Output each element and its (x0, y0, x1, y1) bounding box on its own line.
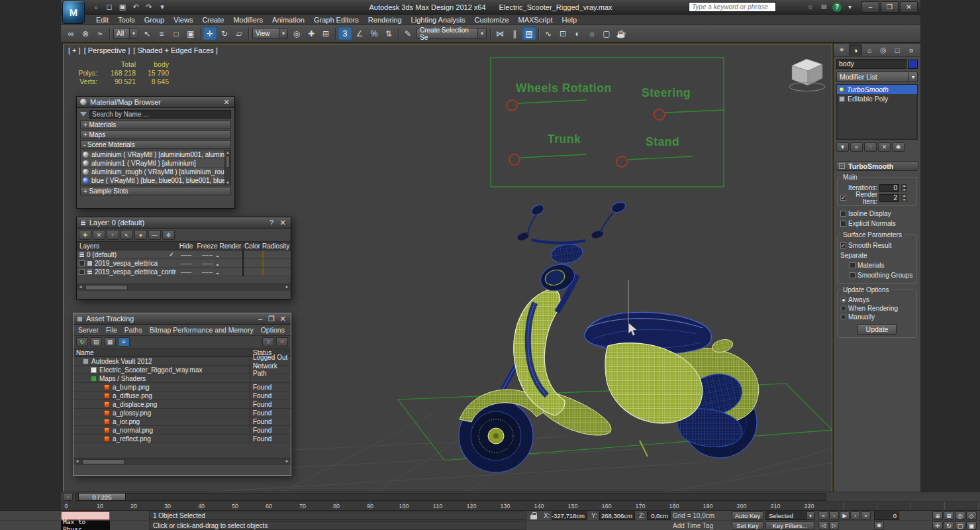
bind-to-space-warp-icon[interactable]: ≈ (93, 26, 107, 40)
menu-paths[interactable]: Paths (124, 326, 142, 334)
layer-hscrollbar[interactable]: ◂▸ (77, 284, 291, 291)
asset-row[interactable]: a_normal.png Found (74, 426, 291, 435)
qat-dropdown-icon[interactable]: ▾ (156, 2, 168, 13)
layer-row[interactable]: 2019_vespa_elettrica_controllers ----- -… (77, 268, 291, 276)
material-item[interactable]: blue ( VRayMtl ) [blue, blue001, blue001… (81, 176, 224, 185)
reference-coordinate-dropdown[interactable]: View▾ (252, 28, 288, 39)
close-icon[interactable]: ✕ (278, 315, 287, 323)
modifier-stack[interactable]: TurboSmooth Editable Poly (836, 84, 918, 140)
set-current-layer-icon[interactable]: ● (134, 230, 147, 240)
window-crossing-icon[interactable]: ▣ (183, 26, 198, 40)
align-icon[interactable]: ∥ (507, 26, 522, 40)
menu-group[interactable]: Group (140, 16, 170, 24)
previous-frame-icon[interactable]: ‹ (829, 511, 839, 520)
hide-toggle[interactable]: ----- (176, 260, 196, 267)
zoom-extents-icon[interactable]: ◎ (955, 511, 965, 520)
selection-lock-icon[interactable] (530, 512, 538, 519)
always-radio[interactable] (840, 297, 846, 303)
menu-help[interactable]: Help (558, 16, 582, 24)
layer-checkbox[interactable] (79, 260, 85, 266)
undo-icon[interactable]: ↶ (130, 2, 142, 13)
next-key-icon[interactable]: ▷ (829, 521, 839, 530)
menu-rendering[interactable]: Rendering (364, 16, 407, 24)
iterations-spinner[interactable]: ▴▾ (901, 184, 907, 191)
new-scene-icon[interactable]: ▫ (90, 2, 102, 13)
angle-snap-icon[interactable]: ∠ (352, 26, 367, 40)
materials-checkbox[interactable] (850, 262, 856, 268)
material-search-field[interactable]: Search by Name ... (89, 110, 231, 119)
stop-icon[interactable]: ✕ (276, 337, 288, 346)
material-item[interactable]: aluminium1 ( VRayMtl ) [aluminium] (81, 159, 224, 168)
rig-slider-steering[interactable] (654, 109, 665, 120)
unlink-selection-icon[interactable]: ⊗ (78, 26, 93, 40)
set-key-button[interactable]: Set Key (732, 521, 763, 530)
keyboard-override-icon[interactable]: ⊞ (318, 26, 333, 40)
viewport-pov-menu[interactable]: [ Perspective ] (84, 46, 130, 54)
asset-row[interactable]: a_glossy.png Found (74, 409, 291, 417)
manually-radio[interactable] (840, 314, 846, 320)
render-iters-field[interactable]: 2 (879, 194, 899, 202)
auto-key-button[interactable]: Auto Key (732, 511, 763, 520)
asset-row[interactable]: a_ior.png Found (74, 417, 291, 426)
menu-lighting-analysis[interactable]: Lighting Analysis (407, 16, 470, 24)
close-icon[interactable]: ✕ (278, 219, 287, 227)
delete-layer-icon[interactable]: ✕ (93, 230, 105, 240)
track-bar[interactable]: 0 10 20 30 40 50 60 70 80 90 100 110 120… (61, 502, 980, 510)
material-editor-icon[interactable]: ◐ (570, 26, 585, 40)
radiosity-toggle[interactable] (262, 260, 289, 267)
layer-color-swatch[interactable] (242, 260, 262, 267)
add-to-layer-icon[interactable]: + (107, 230, 119, 240)
select-and-rotate-icon[interactable]: ↻ (217, 26, 232, 40)
radiosity-toggle[interactable] (262, 251, 289, 258)
menu-modifiers[interactable]: Modifiers (228, 16, 268, 24)
rendered-frame-window-icon[interactable]: ▢ (599, 26, 614, 40)
hide-toggle[interactable]: ----- (176, 268, 196, 276)
previous-key-icon[interactable]: ◁ (818, 521, 828, 530)
refresh-icon[interactable]: ↻ (76, 337, 88, 346)
pin-stack-icon[interactable]: ▼ (836, 142, 849, 152)
maximize-icon[interactable]: ❐ (267, 315, 276, 323)
tab-utilities-icon[interactable]: ¤ (905, 44, 918, 56)
z-coordinate-field[interactable]: 0,0cm (647, 511, 671, 520)
make-unique-icon[interactable]: ∴ (864, 142, 877, 152)
when-rendering-radio[interactable] (840, 305, 846, 311)
layer-color-swatch[interactable] (242, 251, 262, 258)
y-coordinate-field[interactable]: 268,306cm (599, 511, 635, 520)
select-object-icon[interactable]: ↖ (140, 26, 154, 40)
menu-views[interactable]: Views (169, 16, 197, 24)
layer-row[interactable]: 2019_vespa_elettrica ----- ----- (77, 259, 291, 268)
key-filters-button[interactable]: Key Filters... (765, 521, 814, 530)
curve-editor-icon[interactable]: ∿ (541, 26, 556, 40)
spinner-snap-icon[interactable]: ⇅ (381, 26, 396, 40)
search-input[interactable] (689, 3, 775, 11)
menu-graph-editors[interactable]: Graph Editors (309, 16, 364, 24)
modifier-stack-row-editable-poly[interactable]: Editable Poly (837, 94, 917, 103)
next-frame-icon[interactable]: › (850, 511, 860, 520)
material-item[interactable]: aluminium_rough ( VRayMtl ) [aluminium_r… (81, 168, 224, 176)
viewport-shading-menu[interactable]: [ Shaded + Edged Faces ] (133, 46, 218, 54)
asset-hscrollbar[interactable]: ◂▸ (74, 458, 291, 465)
add-time-tag[interactable]: Add Time Tag (673, 522, 713, 529)
snaps-toggle-icon[interactable]: 3 (338, 26, 352, 40)
select-and-move-icon[interactable]: ✛ (203, 26, 217, 40)
application-menu-button[interactable]: M (62, 1, 85, 24)
time-slider-handle[interactable]: 0 / 225 (78, 493, 126, 501)
open-mini-curve-editor-icon[interactable]: ▫ (63, 493, 73, 501)
tab-create-icon[interactable]: ✶ (835, 44, 848, 56)
view-cube[interactable] (789, 59, 825, 91)
asset-row[interactable]: a_displace.png Found (74, 400, 291, 409)
table-view-icon[interactable]: ▤ (90, 337, 102, 346)
go-to-start-icon[interactable]: « (818, 511, 828, 520)
asset-row[interactable]: a_bump.png Found (74, 383, 291, 392)
object-color-swatch[interactable] (908, 60, 918, 69)
zoom-region-icon[interactable]: ◇ (966, 511, 977, 520)
select-and-scale-icon[interactable]: ▱ (232, 26, 246, 40)
scene-materials-rollup[interactable]: - Scene Materials (80, 140, 231, 149)
menu-tools[interactable]: Tools (113, 16, 140, 24)
render-setup-icon[interactable]: ☼ (585, 26, 599, 40)
menu-options[interactable]: Options (261, 326, 285, 334)
play-animation-icon[interactable]: ▶ (840, 511, 850, 520)
freeze-toggle[interactable]: ----- (196, 268, 219, 276)
use-pivot-center-icon[interactable]: ◎ (289, 26, 304, 40)
help-icon[interactable]: ? (832, 3, 842, 12)
